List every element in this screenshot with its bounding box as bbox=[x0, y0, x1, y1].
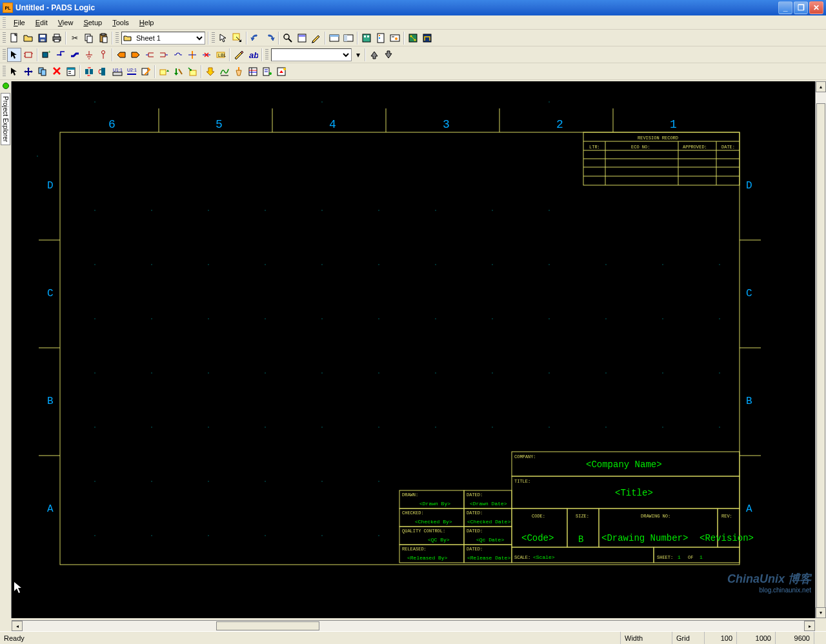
vertical-scrollbar[interactable]: ▴ ▾ bbox=[815, 81, 826, 618]
bom-button[interactable] bbox=[246, 65, 260, 79]
svg-rect-27 bbox=[390, 35, 399, 41]
add-jumper-button[interactable] bbox=[171, 48, 185, 62]
simulate-button[interactable] bbox=[203, 65, 217, 79]
paste-button[interactable] bbox=[96, 31, 110, 45]
svg-point-98 bbox=[151, 210, 152, 210]
rename-part-button[interactable]: U1:1 bbox=[110, 65, 125, 79]
cut-button[interactable]: ✂ bbox=[68, 31, 82, 45]
add-text-button[interactable]: ab bbox=[246, 48, 260, 62]
part-button[interactable] bbox=[21, 48, 35, 62]
hscroll-thumb[interactable] bbox=[216, 621, 319, 630]
menubar-gripper[interactable] bbox=[3, 17, 6, 28]
duplicate-button[interactable] bbox=[35, 65, 50, 79]
toolbar-gripper[interactable] bbox=[3, 66, 6, 77]
toolbar-gripper[interactable] bbox=[3, 49, 6, 61]
push-into-button[interactable] bbox=[185, 65, 199, 79]
svg-text:DRAWN:: DRAWN: bbox=[402, 492, 418, 498]
move-button[interactable] bbox=[21, 65, 35, 79]
hierarchy-down-button[interactable] bbox=[171, 65, 185, 79]
svg-rect-70 bbox=[101, 68, 105, 75]
eco-button[interactable] bbox=[274, 65, 288, 79]
cross-probe-button[interactable] bbox=[232, 65, 246, 79]
row-label: A bbox=[746, 503, 752, 515]
redo-button[interactable] bbox=[263, 31, 277, 45]
zoom-button[interactable] bbox=[281, 31, 295, 45]
scroll-down-button[interactable]: ▾ bbox=[816, 607, 826, 618]
minimize-button[interactable]: _ bbox=[778, 1, 792, 14]
analysis-button[interactable] bbox=[217, 65, 232, 79]
horizontal-scrollbar[interactable]: ◂ ▸ bbox=[12, 620, 815, 631]
scroll-right-button[interactable]: ▸ bbox=[804, 621, 815, 631]
open-button[interactable] bbox=[21, 31, 35, 45]
hierarchy-up-button[interactable] bbox=[157, 65, 171, 79]
add-attribute-button[interactable] bbox=[139, 65, 153, 79]
undo-button[interactable] bbox=[248, 31, 263, 45]
output-window-button[interactable] bbox=[327, 31, 341, 45]
pads-layout-button[interactable] bbox=[406, 31, 420, 45]
toolbar-gripper[interactable] bbox=[3, 32, 6, 44]
menu-tools[interactable]: Tools bbox=[107, 17, 134, 28]
copy-button[interactable] bbox=[82, 31, 96, 45]
draft-button[interactable] bbox=[232, 48, 246, 62]
maximize-button[interactable]: ❐ bbox=[794, 1, 808, 14]
svg-text:1: 1 bbox=[700, 554, 703, 560]
reports-button[interactable] bbox=[374, 31, 388, 45]
svg-point-162 bbox=[208, 535, 208, 536]
toolbar-gripper[interactable] bbox=[116, 32, 119, 44]
options-button[interactable] bbox=[388, 31, 402, 45]
add-bus-button[interactable] bbox=[68, 48, 82, 62]
menu-setup[interactable]: Setup bbox=[78, 17, 107, 28]
print-button[interactable] bbox=[50, 31, 64, 45]
move-up-button[interactable] bbox=[367, 48, 381, 62]
svg-point-131 bbox=[151, 372, 152, 373]
filter-select[interactable] bbox=[271, 48, 352, 61]
pads-router-button[interactable] bbox=[420, 31, 434, 45]
save-button[interactable] bbox=[35, 31, 50, 45]
add-field-button[interactable]: LBL bbox=[214, 48, 228, 62]
svg-point-13 bbox=[284, 34, 289, 39]
netlist-button[interactable] bbox=[260, 65, 274, 79]
toolbar-gripper[interactable] bbox=[212, 32, 215, 44]
redraw-button[interactable] bbox=[309, 31, 323, 45]
new-button[interactable] bbox=[7, 31, 21, 45]
offpage-right-button[interactable] bbox=[128, 48, 143, 62]
move-down-button[interactable] bbox=[381, 48, 396, 62]
sheet-selector[interactable]: Sheet 1 bbox=[121, 32, 205, 45]
add-power-button[interactable] bbox=[96, 48, 110, 62]
select-toggle-button[interactable] bbox=[7, 48, 21, 62]
selection-filter-button[interactable] bbox=[230, 31, 245, 45]
menu-edit[interactable]: Edit bbox=[30, 17, 53, 28]
offpage-left-button[interactable] bbox=[114, 48, 128, 62]
scroll-up-button[interactable]: ▴ bbox=[816, 81, 826, 92]
select-mode-button[interactable] bbox=[216, 31, 230, 45]
project-explorer-tab[interactable]: Project Explorer bbox=[0, 81, 12, 618]
menu-view[interactable]: View bbox=[53, 17, 79, 28]
split-bus-button[interactable] bbox=[185, 48, 199, 62]
add-part-button[interactable]: + bbox=[39, 48, 54, 62]
schematic-canvas[interactable]: 6 5 4 3 2 1 D C B A D C B A bbox=[12, 81, 815, 618]
add-connection-button[interactable] bbox=[54, 48, 68, 62]
filter-dropdown-button[interactable]: ▾ bbox=[353, 48, 363, 62]
pointer-button[interactable] bbox=[7, 65, 21, 79]
swap-reference-button[interactable] bbox=[82, 65, 96, 79]
netname-right-button[interactable] bbox=[157, 48, 171, 62]
svg-text:LTR:: LTR: bbox=[589, 145, 600, 150]
menu-help[interactable]: Help bbox=[134, 17, 159, 28]
scroll-left-button[interactable]: ◂ bbox=[12, 621, 23, 631]
delete-connection-button[interactable] bbox=[199, 48, 214, 62]
svg-point-121 bbox=[265, 318, 265, 319]
close-button[interactable]: ✕ bbox=[809, 1, 823, 14]
delete-button[interactable] bbox=[50, 65, 64, 79]
netname-left-button[interactable] bbox=[143, 48, 157, 62]
library-button[interactable] bbox=[359, 31, 374, 45]
svg-point-102 bbox=[378, 210, 379, 210]
rename-net-button[interactable]: U2:1 bbox=[125, 65, 139, 79]
add-ground-button[interactable] bbox=[82, 48, 96, 62]
menu-file[interactable]: File bbox=[8, 17, 30, 28]
sheet-view-button[interactable] bbox=[295, 31, 309, 45]
project-explorer-button[interactable] bbox=[341, 31, 356, 45]
vscroll-thumb[interactable] bbox=[816, 103, 825, 618]
properties-button[interactable] bbox=[64, 65, 78, 79]
swap-pin-button[interactable] bbox=[96, 65, 110, 79]
toolbar-gripper[interactable] bbox=[265, 49, 268, 61]
